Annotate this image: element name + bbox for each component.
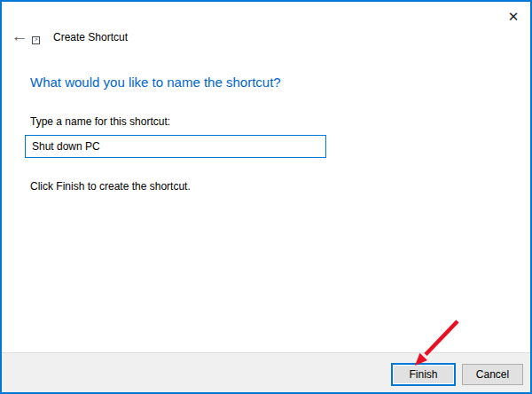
- cancel-button[interactable]: Cancel: [462, 364, 523, 385]
- close-icon[interactable]: ✕: [504, 7, 523, 27]
- shortcut-name-label: Type a name for this shortcut:: [30, 115, 170, 128]
- create-shortcut-window: ✕ ← ↗ Create Shortcut What would you lik…: [0, 0, 532, 394]
- back-arrow-icon[interactable]: ←: [9, 27, 30, 46]
- shortcut-name-input[interactable]: [25, 135, 326, 158]
- finish-instruction-text: Click Finish to create the shortcut.: [30, 180, 191, 193]
- page-heading: What would you like to name the shortcut…: [30, 75, 281, 90]
- wizard-title: Create Shortcut: [53, 31, 128, 43]
- shortcut-overlay-icon: ↗: [32, 36, 40, 44]
- finish-button[interactable]: Finish: [391, 363, 456, 386]
